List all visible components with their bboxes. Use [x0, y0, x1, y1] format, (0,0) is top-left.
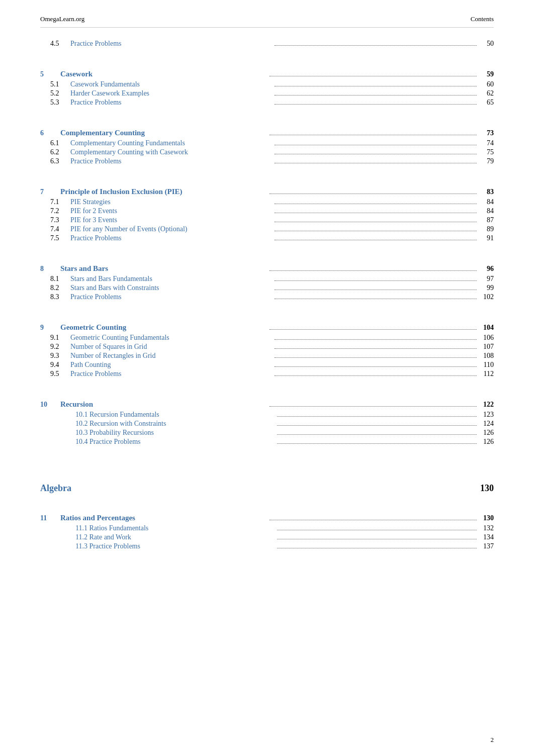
toc-label-11-1[interactable]: 11.1 Ratios Fundamentals [75, 524, 275, 532]
toc-dots-8 [270, 270, 477, 271]
toc-dots-8-1 [275, 280, 477, 281]
toc-page-7-3: 87 [479, 216, 494, 224]
toc-dots-6-3 [275, 163, 477, 163]
toc-entry-10-2: 10.2 Recursion with Constraints 124 [40, 420, 494, 428]
toc-label-5[interactable]: Casework [60, 70, 268, 78]
toc-num-9: 9 [40, 324, 60, 332]
toc-page-6-3: 79 [479, 157, 494, 165]
header-right: Contents [471, 15, 494, 23]
toc-page-8-1: 97 [479, 275, 494, 283]
toc-label-10[interactable]: Recursion [60, 400, 268, 409]
page-header: OmegaLearn.org Contents [40, 15, 494, 28]
toc-page-7-1: 84 [479, 198, 494, 206]
toc-page-9-3: 108 [479, 352, 494, 360]
toc-page-11-2: 134 [479, 533, 494, 541]
toc-label-9-2[interactable]: Number of Squares in Grid [70, 343, 273, 351]
toc-dots-4-5 [275, 45, 477, 46]
toc-num-7-3: 7.3 [40, 216, 70, 224]
toc-page-5-2: 62 [479, 89, 494, 98]
toc-entry-10-1: 10.1 Recursion Fundamentals 123 [40, 411, 494, 419]
toc-page-5-1: 60 [479, 80, 494, 88]
toc-label-8[interactable]: Stars and Bars [60, 264, 268, 273]
toc-entry-8: 8 Stars and Bars 96 [40, 264, 494, 273]
toc-label-7-4[interactable]: PIE for any Number of Events (Optional) [70, 225, 273, 233]
toc-label-10-3[interactable]: 10.3 Probability Recursions [75, 429, 275, 437]
part-algebra-title[interactable]: Algebra [40, 483, 71, 494]
toc-num-6: 6 [40, 129, 60, 137]
toc-label-10-4[interactable]: 10.4 Practice Problems [75, 438, 275, 446]
toc-dots-7 [270, 194, 477, 194]
toc-dots-10-3 [277, 434, 477, 435]
toc-dots-10-1 [277, 416, 477, 417]
toc-entry-10: 10 Recursion 122 [40, 400, 494, 409]
toc-page-4-5: 50 [479, 40, 494, 48]
toc-label-9-4[interactable]: Path Counting [70, 361, 273, 369]
toc-entry-11-2: 11.2 Rate and Work 134 [40, 533, 494, 541]
toc-page-10: 122 [479, 401, 494, 409]
toc-page-10-2: 124 [479, 420, 494, 428]
toc-dots-8-3 [275, 299, 477, 299]
part-algebra-page: 130 [480, 483, 494, 494]
toc-entry-8-1: 8.1 Stars and Bars Fundamentals 97 [40, 275, 494, 283]
toc-dots-7-4 [275, 231, 477, 231]
toc-label-8-3[interactable]: Practice Problems [70, 293, 273, 301]
toc-label-9[interactable]: Geometric Counting [60, 323, 268, 332]
toc-page-5: 59 [479, 70, 494, 78]
toc-label-5-3[interactable]: Practice Problems [70, 99, 273, 107]
toc-dots-6-1 [275, 145, 477, 145]
toc-label-8-2[interactable]: Stars and Bars with Constraints [70, 284, 273, 292]
toc-label-5-1[interactable]: Casework Fundamentals [70, 80, 273, 88]
toc-entry-5-1: 5.1 Casework Fundamentals 60 [40, 80, 494, 88]
toc-entry-11-1: 11.1 Ratios Fundamentals 132 [40, 524, 494, 532]
page-footer: 2 [491, 736, 494, 744]
toc-page-11-1: 132 [479, 524, 494, 532]
toc-page-7-5: 91 [479, 234, 494, 242]
toc-dots-9 [270, 329, 477, 330]
toc-entry-7-2: 7.2 PIE for 2 Events 84 [40, 207, 494, 215]
toc-entry-7-1: 7.1 PIE Strategies 84 [40, 198, 494, 206]
toc-dots-6-2 [275, 154, 477, 154]
toc-entry-7-5: 7.5 Practice Problems 91 [40, 234, 494, 242]
toc-label-10-2[interactable]: 10.2 Recursion with Constraints [75, 420, 275, 428]
toc-page-10-1: 123 [479, 411, 494, 419]
toc-num-4-5: 4.5 [40, 40, 70, 48]
toc-dots-7-5 [275, 240, 477, 240]
toc-dots-11 [270, 520, 477, 520]
toc-label-4-5[interactable]: Practice Problems [70, 40, 273, 48]
toc-label-11[interactable]: Ratios and Percentages [60, 514, 268, 522]
toc-label-6-2[interactable]: Complementary Counting with Casework [70, 148, 273, 156]
toc-page-9-1: 106 [479, 334, 494, 342]
toc-label-9-5[interactable]: Practice Problems [70, 370, 273, 378]
toc-page-8-2: 99 [479, 284, 494, 292]
toc-label-11-3[interactable]: 11.3 Practice Problems [75, 542, 275, 550]
toc-num-9-3: 9.3 [40, 352, 70, 360]
toc-label-8-1[interactable]: Stars and Bars Fundamentals [70, 275, 273, 283]
toc-label-7-1[interactable]: PIE Strategies [70, 198, 273, 206]
toc-label-6-1[interactable]: Complementary Counting Fundamentals [70, 139, 273, 147]
toc-label-5-2[interactable]: Harder Casework Examples [70, 89, 273, 98]
toc-label-9-1[interactable]: Geometric Counting Fundamentals [70, 334, 273, 342]
toc-page-10-4: 126 [479, 438, 494, 446]
toc-entry-6-2: 6.2 Complementary Counting with Casework… [40, 148, 494, 156]
toc-dots-10 [270, 406, 477, 407]
toc-dots-6 [270, 135, 477, 135]
toc-dots-9-4 [275, 366, 477, 367]
toc-label-6-3[interactable]: Practice Problems [70, 157, 273, 165]
toc-num-6-2: 6.2 [40, 148, 70, 156]
toc-label-11-2[interactable]: 11.2 Rate and Work [75, 533, 275, 541]
toc-entry-6-1: 6.1 Complementary Counting Fundamentals … [40, 139, 494, 147]
toc-entry-8-3: 8.3 Practice Problems 102 [40, 293, 494, 301]
toc-label-10-1[interactable]: 10.1 Recursion Fundamentals [75, 411, 275, 419]
toc-label-7-2[interactable]: PIE for 2 Events [70, 207, 273, 215]
toc-entry-4-5: 4.5 Practice Problems 50 [40, 40, 494, 48]
toc-label-7[interactable]: Principle of Inclusion Exclusion (PIE) [60, 187, 268, 196]
toc-label-9-3[interactable]: Number of Rectangles in Grid [70, 352, 273, 360]
toc-num-11: 11 [40, 514, 60, 522]
toc-page-6-1: 74 [479, 139, 494, 147]
toc-label-7-5[interactable]: Practice Problems [70, 234, 273, 242]
toc-dots-7-2 [275, 213, 477, 213]
toc-part-algebra: Algebra 130 [40, 483, 494, 494]
toc-label-7-3[interactable]: PIE for 3 Events [70, 216, 273, 224]
toc-label-6[interactable]: Complementary Counting [60, 129, 268, 137]
toc-num-7-2: 7.2 [40, 207, 70, 215]
